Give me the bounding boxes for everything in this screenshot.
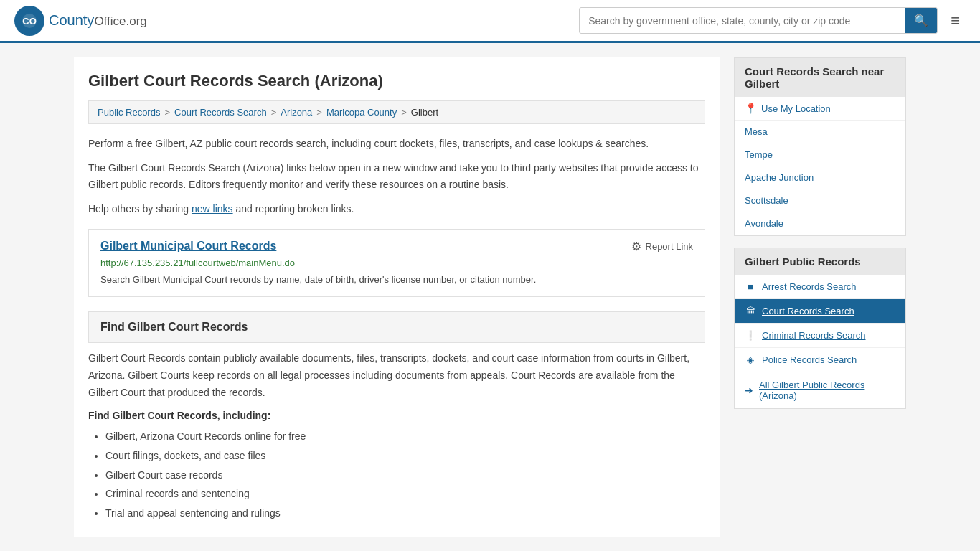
location-label: Apache Junction [745,172,814,183]
record-card-link[interactable]: Gilbert Municipal Court Records [100,240,276,252]
breadcrumb-link-public-records[interactable]: Public Records [98,107,160,118]
record-card-title: Gilbert Municipal Court Records [100,240,276,253]
logo-icon: CO [14,6,44,36]
sidebar-public-records-section: Gilbert Public Records ■ Arrest Records … [734,248,906,409]
svg-text:CO: CO [22,16,37,27]
all-records-link[interactable]: All Gilbert Public Records (Arizona) [759,380,895,401]
use-my-location-label: Use My Location [761,103,831,114]
sidebar-location-apache-junction[interactable]: Apache Junction [735,166,905,189]
find-section-title: Find Gilbert Court Records [100,321,693,334]
sidebar-public-records-header: Gilbert Public Records [735,248,905,275]
sidebar-location-mesa[interactable]: Mesa [735,121,905,143]
location-label: Tempe [745,149,773,160]
breadcrumb-sep-4: > [401,107,407,118]
site-header: CO CountyOffice.org 🔍 ≡ [0,0,980,43]
menu-button[interactable]: ≡ [945,9,966,33]
new-links-link[interactable]: new links [192,203,233,215]
report-link-button[interactable]: ⚙ Report Link [631,240,693,253]
breadcrumb-sep-1: > [164,107,170,118]
search-bar: 🔍 [579,7,938,34]
find-list: Gilbert, Arizona Court Records online fo… [88,427,705,522]
record-card-desc: Search Gilbert Municipal Court records b… [100,273,693,287]
location-label: Avondale [745,218,783,229]
breadcrumb-current: Gilbert [411,107,438,118]
location-label: Mesa [745,126,768,137]
desc-3b: and reporting broken links. [235,203,354,215]
content-area: Gilbert Court Records Search (Arizona) P… [74,57,720,537]
list-item: Criminal records and sentencing [105,484,705,504]
police-icon: ◈ [745,354,756,365]
sidebar-item-arrest-records[interactable]: ■ Arrest Records Search [735,275,905,299]
description-2: The Gilbert Court Records Search (Arizon… [88,160,705,192]
breadcrumb-link-arizona[interactable]: Arizona [281,107,312,118]
breadcrumb-sep-3: > [316,107,322,118]
find-including-heading: Find Gilbert Court Records, including: [88,410,705,421]
sidebar-item-court-records[interactable]: 🏛 Court Records Search [735,299,905,324]
record-card-url: http://67.135.235.21/fullcourtweb/mainMe… [100,258,693,268]
report-label: Report Link [646,241,693,252]
arrest-icon: ■ [745,281,756,292]
sidebar-item-criminal-records[interactable]: ❕ Criminal Records Search [735,324,905,348]
sidebar-item-police-records[interactable]: ◈ Police Records Search [735,348,905,372]
find-section-header: Find Gilbert Court Records [88,311,705,343]
sidebar-all-records[interactable]: ➜ All Gilbert Public Records (Arizona) [735,372,905,408]
description-3: Help others by sharing new links and rep… [88,201,705,217]
criminal-records-link[interactable]: Criminal Records Search [762,330,866,341]
criminal-icon: ❕ [745,330,756,341]
logo-text: CountyOffice.org [49,12,147,29]
header-right: 🔍 ≡ [579,7,966,34]
description-3-text: Help others by sharing [88,203,189,215]
sidebar-use-my-location[interactable]: 📍 Use My Location [735,97,905,121]
police-records-link[interactable]: Police Records Search [762,354,857,365]
logo-name: County [49,12,94,28]
location-pin-icon: 📍 [745,103,757,114]
description-1: Perform a free Gilbert, AZ public court … [88,136,705,151]
logo[interactable]: CO CountyOffice.org [14,6,147,36]
breadcrumb: Public Records > Court Records Search > … [88,100,705,124]
sidebar-location-avondale[interactable]: Avondale [735,212,905,235]
arrest-records-link[interactable]: Arrest Records Search [762,281,857,292]
location-label: Scottsdale [745,195,788,206]
court-icon: 🏛 [745,306,756,316]
breadcrumb-sep-2: > [271,107,277,118]
sidebar-nearby-header: Court Records Search near Gilbert [735,58,905,97]
logo-svg: CO [19,11,39,31]
sidebar-location-tempe[interactable]: Tempe [735,143,905,166]
record-card-header: Gilbert Municipal Court Records ⚙ Report… [100,240,693,253]
page-title: Gilbert Court Records Search (Arizona) [88,72,705,90]
sidebar: Court Records Search near Gilbert 📍 Use … [734,57,906,537]
search-input[interactable] [580,9,905,32]
list-item: Trial and appeal sentencing and rulings [105,504,705,523]
sidebar-location-scottsdale[interactable]: Scottsdale [735,189,905,212]
arrow-right-icon: ➜ [745,385,753,396]
find-section-body: Gilbert Court Records contain publicly a… [88,350,705,401]
list-item: Gilbert, Arizona Court Records online fo… [105,427,705,446]
breadcrumb-link-maricopa[interactable]: Maricopa County [326,107,397,118]
report-icon: ⚙ [631,240,641,253]
list-item: Gilbert Court case records [105,466,705,485]
list-item: Court filings, dockets, and case files [105,446,705,466]
search-button[interactable]: 🔍 [905,8,937,33]
record-card: Gilbert Municipal Court Records ⚙ Report… [88,229,705,298]
main-container: Gilbert Court Records Search (Arizona) P… [60,43,920,551]
court-records-link[interactable]: Court Records Search [762,306,854,316]
sidebar-nearby-section: Court Records Search near Gilbert 📍 Use … [734,57,906,236]
breadcrumb-link-court-records[interactable]: Court Records Search [174,107,267,118]
logo-suffix: Office.org [94,14,146,28]
